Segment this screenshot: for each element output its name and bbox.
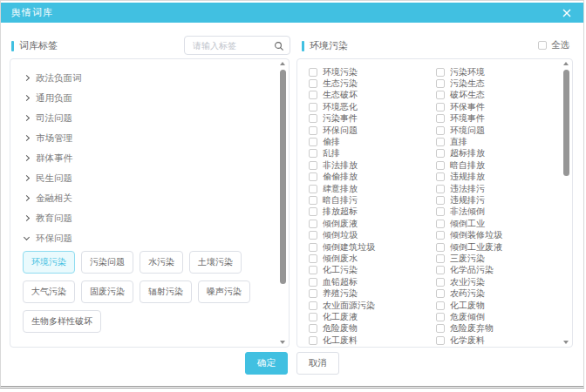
checkbox[interactable] [436,196,445,205]
checkbox-item[interactable]: 环保问题 [309,125,436,136]
scrollbar-thumb[interactable] [280,70,286,284]
checkbox-item[interactable]: 危废倾倒 [436,311,551,322]
checkbox[interactable] [436,126,445,135]
select-all-checkbox[interactable] [538,41,547,50]
checkbox-item[interactable]: 化学品污染 [436,265,551,276]
checkbox-item[interactable]: 倾倒化学 [436,346,551,348]
checkbox-item[interactable]: 倾倒废水 [309,253,436,264]
tag-button[interactable]: 大气污染 [23,280,75,303]
scrollbar-thumb[interactable] [563,70,569,176]
scroll-down-icon[interactable] [563,341,569,344]
checkbox-item[interactable]: 倾倒工业 [436,218,551,229]
checkbox[interactable] [436,278,445,287]
checkbox[interactable] [436,220,445,228]
tag-button[interactable]: 土壤污染 [189,251,242,274]
checkbox[interactable] [309,138,317,146]
checkbox-item[interactable]: 排放超标 [309,206,436,218]
tree-item[interactable]: 政法负面词 [23,68,266,88]
checkbox[interactable] [436,103,445,112]
checkbox-item[interactable]: 偷排 [309,136,436,147]
checkbox-item[interactable]: 废弃化学原料 [309,346,436,348]
checkbox-item[interactable]: 养殖污染 [309,287,436,299]
checkbox-item[interactable]: 超标排放 [436,148,551,159]
checkbox-item[interactable]: 倾倒废液 [309,218,436,229]
checkbox[interactable] [309,324,317,333]
checkbox-item[interactable]: 危险废弃物 [436,323,551,335]
checkbox[interactable] [309,185,317,193]
cancel-button[interactable]: 取消 [296,352,339,375]
checkbox[interactable] [436,231,445,240]
checkbox[interactable] [309,278,317,287]
tag-button[interactable]: 水污染 [140,251,183,274]
tag-button[interactable]: 固废污染 [81,280,133,303]
checkbox[interactable] [309,68,317,77]
checkbox-item[interactable]: 污染生态 [436,78,551,89]
checkbox-item[interactable]: 危险废物 [309,323,436,335]
checkbox[interactable] [309,149,317,158]
left-scrollbar[interactable] [278,62,287,344]
tree-item[interactable]: 金融相关 [23,188,266,208]
checkbox[interactable] [436,266,445,274]
tree-item[interactable]: 市场管理 [23,128,266,148]
checkbox-item[interactable]: 乱排 [309,148,436,159]
checkbox-item[interactable]: 直排 [436,136,551,147]
scroll-down-icon[interactable] [280,341,285,344]
checkbox[interactable] [436,254,445,263]
tree-item[interactable]: 公检法司 [23,343,266,348]
tree-item[interactable]: 民生问题 [23,168,266,188]
tag-button-selected[interactable]: 环境污染 [23,251,75,274]
checkbox-item[interactable]: 倾倒建筑垃圾 [309,241,436,253]
checkbox[interactable] [436,336,445,345]
confirm-button[interactable]: 确定 [245,352,288,375]
checkbox-item[interactable]: 暗自排污 [309,194,436,206]
checkbox-item[interactable]: 化学废料 [436,335,551,346]
checkbox-item[interactable]: 环境污染 [309,66,436,78]
scroll-up-icon[interactable] [280,62,285,65]
checkbox-item[interactable]: 农业面源污染 [309,300,436,311]
checkbox[interactable] [309,114,317,123]
checkbox-item[interactable]: 非法倾倒 [436,206,551,218]
checkbox[interactable] [309,196,317,205]
checkbox[interactable] [309,161,317,170]
checkbox-item[interactable]: 倾倒装修垃圾 [436,229,551,240]
checkbox-item[interactable]: 非法排放 [309,159,436,171]
checkbox-item[interactable]: 倾倒垃圾 [309,229,436,240]
checkbox-item[interactable]: 污染环境 [436,66,551,78]
checkbox[interactable] [436,289,445,298]
checkbox[interactable] [436,324,445,333]
checkbox[interactable] [436,149,445,158]
checkbox[interactable] [436,91,445,99]
checkbox[interactable] [309,220,317,228]
checkbox-item[interactable]: 环境恶化 [309,101,436,112]
checkbox[interactable] [436,185,445,193]
checkbox[interactable] [309,301,317,310]
checkbox[interactable] [436,301,445,310]
tag-button[interactable]: 污染问题 [81,251,133,274]
checkbox-item[interactable]: 生态污染 [309,78,436,89]
checkbox[interactable] [436,114,445,123]
checkbox[interactable] [436,243,445,252]
checkbox-item[interactable]: 破坏生态 [436,90,551,101]
checkbox[interactable] [436,172,445,181]
checkbox-item[interactable]: 环境事件 [436,113,551,125]
checkbox[interactable] [309,103,317,112]
checkbox[interactable] [309,289,317,298]
tree-item[interactable]: 群体事件 [23,148,266,168]
checkbox[interactable] [309,231,317,240]
checkbox[interactable] [309,336,317,345]
checkbox-item[interactable]: 血铅超标 [309,276,436,287]
checkbox[interactable] [309,79,317,88]
tree-item[interactable]: 教育问题 [23,208,266,228]
tag-button[interactable]: 辐射污染 [140,280,192,303]
select-all[interactable]: 全选 [538,39,569,51]
checkbox-item[interactable]: 生态破坏 [309,90,436,101]
checkbox-item[interactable]: 环境问题 [436,125,551,136]
checkbox-item[interactable]: 偷偷排放 [309,172,436,183]
checkbox-item[interactable]: 倾倒工业废液 [436,241,551,253]
checkbox[interactable] [436,68,445,77]
tree-item[interactable]: 通用负面 [23,88,266,108]
checkbox-item[interactable]: 环保事件 [436,101,551,112]
checkbox[interactable] [436,138,445,146]
checkbox-item[interactable]: 化工废液 [309,311,436,322]
checkbox-item[interactable]: 污染事件 [309,113,436,125]
